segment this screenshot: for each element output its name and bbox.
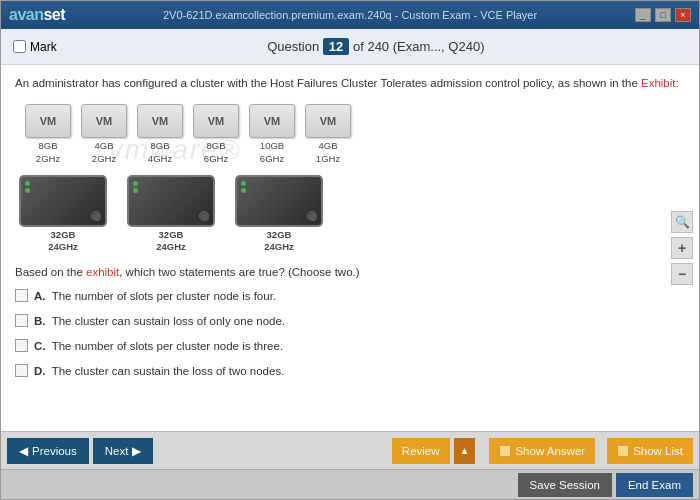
vm-box-6: VM	[305, 104, 351, 138]
question-number: 12	[323, 38, 349, 55]
vm-row: VM 8GB2GHz VM 4GB2GHz VM 8GB4GHz VM 8GB6…	[15, 104, 685, 165]
choice-c-text: C. The number of slots per cluster node …	[34, 338, 283, 354]
choice-d-text: D. The cluster can sustain the loss of t…	[34, 363, 284, 379]
next-button[interactable]: Next ▶	[93, 438, 154, 464]
exhibit: vmware® VM 8GB2GHz VM 4GB2GHz VM 8GB4GHz…	[15, 104, 685, 253]
vm-specs-5: 10GB6GHz	[260, 140, 284, 165]
vm-box-1: VM	[25, 104, 71, 138]
vm-item-5: VM 10GB6GHz	[249, 104, 295, 165]
question-of-total: of 240 (Exam..., Q240)	[353, 39, 485, 54]
vm-specs-4: 8GB6GHz	[204, 140, 228, 165]
vm-item-4: VM 8GB6GHz	[193, 104, 239, 165]
vm-item-2: VM 4GB2GHz	[81, 104, 127, 165]
previous-label: Previous	[32, 445, 77, 457]
server-item-2: 32GB24GHz	[127, 175, 215, 254]
maximize-button[interactable]: □	[655, 8, 671, 22]
vm-item-6: VM 4GB1GHz	[305, 104, 351, 165]
save-session-label: Save Session	[530, 479, 600, 491]
show-list-label: Show List	[633, 445, 683, 457]
question-label: Question	[267, 39, 319, 54]
window-controls: _ □ ×	[635, 8, 691, 22]
previous-button[interactable]: ◀ Previous	[7, 438, 89, 464]
title-bar-left: avanset	[9, 6, 65, 24]
choice-a-checkbox[interactable]	[15, 289, 28, 302]
close-button[interactable]: ×	[675, 8, 691, 22]
vm-specs-6: 4GB1GHz	[316, 140, 340, 165]
server-specs-3: 32GB24GHz	[264, 229, 294, 254]
server-item-3: 32GB24GHz	[235, 175, 323, 254]
choice-a: A. The number of slots per cluster node …	[15, 286, 685, 306]
vm-box-4: VM	[193, 104, 239, 138]
server-row: 32GB24GHz 32GB24GHz	[15, 175, 685, 254]
vm-box-5: VM	[249, 104, 295, 138]
server-box-3	[235, 175, 323, 227]
vm-box-3: VM	[137, 104, 183, 138]
previous-arrow-icon: ◀	[19, 444, 28, 458]
vm-specs-3: 8GB4GHz	[148, 140, 172, 165]
mark-checkbox[interactable]	[13, 40, 26, 53]
end-exam-label: End Exam	[628, 479, 681, 491]
vm-box-2: VM	[81, 104, 127, 138]
bottom-toolbar: ◀ Previous Next ▶ Review ▲ Show Answer S…	[1, 431, 699, 469]
question-info: Question 12 of 240 (Exam..., Q240)	[65, 38, 687, 55]
content-area: An administrator has configured a cluste…	[1, 65, 699, 431]
choice-d: D. The cluster can sustain the loss of t…	[15, 361, 685, 381]
choice-c: C. The number of slots per cluster node …	[15, 336, 685, 356]
answer-section: Based on the exhibit, which two statemen…	[15, 266, 685, 381]
question-text: An administrator has configured a cluste…	[15, 75, 685, 92]
zoom-out-button[interactable]: −	[671, 263, 693, 285]
vm-item-1: VM 8GB2GHz	[25, 104, 71, 165]
show-list-indicator	[617, 445, 629, 457]
show-answer-indicator	[499, 445, 511, 457]
minimize-button[interactable]: _	[635, 8, 651, 22]
show-list-button[interactable]: Show List	[607, 438, 693, 464]
choice-b-checkbox[interactable]	[15, 314, 28, 327]
show-answer-button[interactable]: Show Answer	[489, 438, 595, 464]
server-box-1	[19, 175, 107, 227]
vm-specs-2: 4GB2GHz	[92, 140, 116, 165]
mark-label: Mark	[30, 40, 57, 54]
title-bar: avanset 2V0-621D.examcollection.premium.…	[1, 1, 699, 29]
exhibit-link: Exhibit	[641, 77, 676, 89]
save-bar: Save Session End Exam	[1, 469, 699, 499]
exhibit-link-2: exhibit	[86, 266, 119, 278]
end-exam-button[interactable]: End Exam	[616, 473, 693, 497]
review-label: Review	[402, 445, 440, 457]
window-title: 2V0-621D.examcollection.premium.exam.240…	[65, 9, 635, 21]
mark-control[interactable]: Mark	[13, 40, 57, 54]
review-expand-icon: ▲	[460, 445, 470, 456]
vm-specs-1: 8GB2GHz	[36, 140, 60, 165]
choice-c-checkbox[interactable]	[15, 339, 28, 352]
choice-b: B. The cluster can sustain loss of only …	[15, 311, 685, 331]
show-answer-label: Show Answer	[515, 445, 585, 457]
vm-item-3: VM 8GB4GHz	[137, 104, 183, 165]
server-item-1: 32GB24GHz	[19, 175, 107, 254]
server-box-2	[127, 175, 215, 227]
server-specs-2: 32GB24GHz	[156, 229, 186, 254]
choice-a-text: A. The number of slots per cluster node …	[34, 288, 276, 304]
logo: avanset	[9, 6, 65, 24]
question-header: Mark Question 12 of 240 (Exam..., Q240)	[1, 29, 699, 65]
next-arrow-icon: ▶	[132, 444, 141, 458]
review-button[interactable]: Review	[392, 438, 450, 464]
save-session-button[interactable]: Save Session	[518, 473, 612, 497]
next-label: Next	[105, 445, 129, 457]
main-window: avanset 2V0-621D.examcollection.premium.…	[0, 0, 700, 500]
choice-d-checkbox[interactable]	[15, 364, 28, 377]
review-expand-button[interactable]: ▲	[454, 438, 476, 464]
choice-b-text: B. The cluster can sustain loss of only …	[34, 313, 285, 329]
server-specs-1: 32GB24GHz	[48, 229, 78, 254]
answer-question: Based on the exhibit, which two statemen…	[15, 266, 685, 278]
